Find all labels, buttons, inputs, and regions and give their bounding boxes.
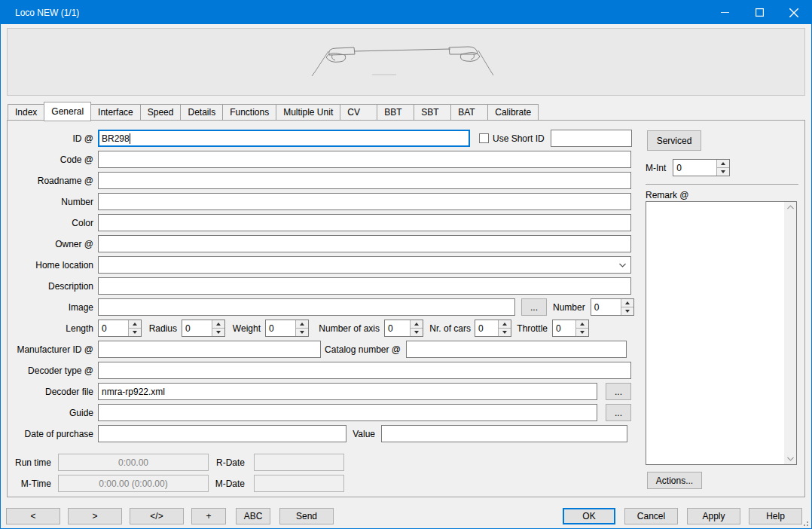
remark-textarea[interactable] (646, 201, 797, 465)
remark-scrollbar[interactable] (784, 202, 796, 464)
purchase-date-label: Date of purchase (15, 429, 93, 439)
tab-label: Calibrate (495, 107, 531, 118)
next-label: > (92, 511, 97, 521)
tab-index[interactable]: Index (8, 104, 44, 121)
spin-up-button[interactable] (296, 320, 308, 328)
close-button[interactable] (777, 1, 811, 24)
id-label: ID @ (15, 133, 93, 144)
decoder-file-browse-button[interactable]: ... (606, 383, 631, 400)
image-browse-button[interactable]: ... (521, 298, 547, 316)
up-arrow-icon (721, 162, 725, 165)
minimize-button[interactable] (707, 1, 742, 24)
owner-label: Owner @ (15, 239, 93, 249)
ok-button[interactable]: OK (563, 508, 615, 524)
guide-input[interactable] (98, 404, 597, 421)
add-label: + (206, 511, 211, 521)
spin-up-button[interactable] (621, 299, 633, 307)
number-input[interactable] (98, 193, 631, 210)
prev-loco-button[interactable]: < (6, 508, 60, 524)
add-button[interactable]: + (191, 508, 226, 524)
spin-down-button[interactable] (576, 328, 588, 336)
tab-sbt[interactable]: SBT (414, 104, 451, 121)
tab-bbt[interactable]: BBT (377, 104, 414, 121)
m-time-row: M-Time M-Date (9, 475, 344, 492)
spin-down-button[interactable] (621, 307, 633, 315)
next-loco-button[interactable]: > (68, 508, 122, 524)
spin-down-button[interactable] (296, 328, 308, 336)
spin-down-button[interactable] (411, 328, 423, 336)
up-arrow-icon (216, 323, 221, 326)
cars-spinner[interactable]: 0 (475, 320, 511, 337)
color-input[interactable] (98, 214, 631, 231)
help-label: Help (766, 511, 785, 521)
send-button[interactable]: Send (279, 508, 334, 524)
scroll-up-icon[interactable] (787, 205, 794, 209)
purchase-date-input[interactable] (98, 425, 346, 442)
tab-cv[interactable]: CV (340, 104, 377, 121)
image-label: Image (15, 302, 93, 313)
spin-up-button[interactable] (212, 320, 224, 328)
spin-down-button[interactable] (499, 328, 511, 336)
abc-button[interactable]: ABC (236, 508, 270, 524)
use-short-id-checkbox[interactable] (479, 133, 489, 143)
tab-details[interactable]: Details (180, 104, 223, 121)
spin-up-button[interactable] (499, 320, 511, 328)
spin-up-button[interactable] (129, 320, 141, 328)
spin-up-button[interactable] (576, 320, 588, 328)
apply-button[interactable]: Apply (687, 508, 740, 524)
short-id-input[interactable] (551, 130, 632, 147)
resize-grip[interactable] (802, 520, 808, 526)
catalog-label: Catalog number @ (321, 344, 401, 355)
tab-label: Details (188, 107, 215, 118)
image-number-spinner[interactable]: 0 (591, 298, 634, 316)
cancel-button[interactable]: Cancel (624, 508, 678, 524)
spin-down-button[interactable] (717, 167, 729, 176)
down-arrow-icon (414, 331, 419, 334)
spin-up-button[interactable] (411, 320, 423, 328)
image-input[interactable] (98, 298, 515, 316)
code-input[interactable] (98, 151, 631, 168)
actions-button[interactable]: Actions... (647, 472, 702, 489)
tab-general[interactable]: General (44, 102, 91, 121)
roadname-input[interactable] (98, 172, 631, 189)
serviced-button[interactable]: Serviced (647, 130, 701, 151)
m-int-spin-buttons (716, 160, 729, 176)
down-arrow-icon (625, 310, 630, 313)
tab-functions[interactable]: Functions (222, 104, 276, 121)
catalog-input[interactable] (406, 341, 627, 358)
spin-up-button[interactable] (717, 160, 729, 167)
tab-interface[interactable]: Interface (90, 104, 141, 121)
help-button[interactable]: Help (749, 508, 802, 524)
spin-down-button[interactable] (212, 328, 224, 336)
tab-calibrate[interactable]: Calibrate (487, 104, 539, 121)
decoder-file-label: Decoder file (15, 387, 93, 397)
scroll-down-icon[interactable] (787, 457, 794, 461)
tab-bat[interactable]: BAT (450, 104, 488, 121)
m-int-spinner[interactable]: 0 (673, 159, 730, 176)
owner-input[interactable] (98, 235, 631, 252)
loco-dialog-window: Loco NEW (1/1) In (0, 0, 812, 529)
maximize-button[interactable] (742, 1, 777, 24)
weight-spinner[interactable]: 0 (265, 320, 309, 337)
decoder-file-input[interactable] (98, 383, 597, 400)
description-input[interactable] (98, 277, 631, 295)
owner-row: Owner @ (15, 235, 631, 252)
up-arrow-icon (414, 323, 419, 326)
manufacturer-input[interactable] (98, 341, 321, 358)
radius-spinner[interactable]: 0 (182, 320, 225, 337)
spin-down-button[interactable] (129, 328, 141, 336)
general-tab-panel: ID @ BR298 Use Short ID Serviced M-Int 0… (7, 120, 805, 497)
guide-browse-button[interactable]: ... (606, 404, 631, 421)
down-arrow-icon (300, 331, 304, 334)
id-input[interactable]: BR298 (98, 130, 470, 147)
value-input[interactable] (381, 425, 627, 442)
tab-label: Functions (230, 107, 269, 118)
tab-speed[interactable]: Speed (140, 104, 182, 121)
tab-multiple-unit[interactable]: Multiple Unit (276, 104, 340, 121)
length-spinner[interactable]: 0 (98, 320, 142, 337)
decoder-type-input[interactable] (98, 362, 631, 379)
xml-button[interactable]: </> (130, 508, 184, 524)
throttle-spinner[interactable]: 0 (552, 320, 589, 337)
home-location-combobox[interactable] (98, 256, 631, 274)
axis-spinner[interactable]: 0 (384, 320, 423, 337)
